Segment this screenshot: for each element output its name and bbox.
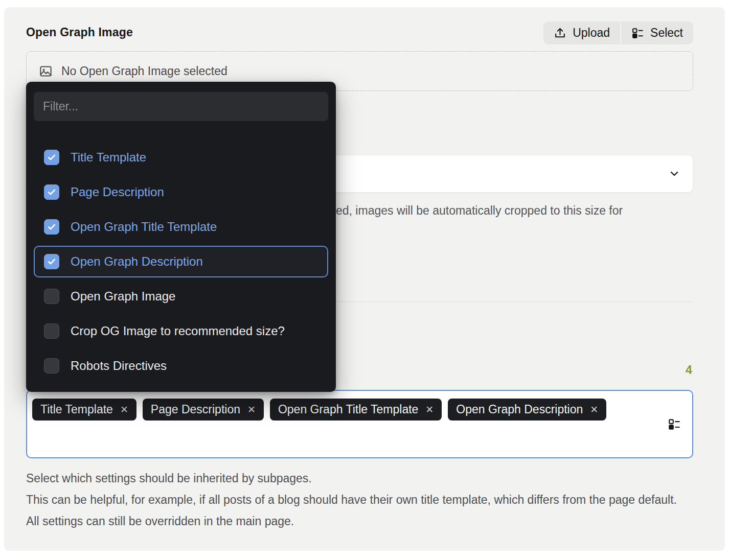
select-button-label: Select: [650, 26, 683, 40]
dropdown-option[interactable]: Robots Directives: [34, 350, 328, 382]
tag-remove-icon[interactable]: ✕: [120, 405, 128, 414]
image-icon: [39, 64, 53, 78]
tag: Open Graph Title Template✕: [270, 399, 442, 421]
dropdown-option[interactable]: Open Graph Title Template: [34, 211, 328, 243]
list-check-icon[interactable]: [668, 417, 681, 431]
tag: Title Template✕: [32, 399, 136, 421]
checkbox-checked-icon: [44, 150, 59, 165]
crop-hint-text: ed, images will be automatically cropped…: [336, 204, 623, 218]
dropdown-option[interactable]: Title Template: [34, 142, 328, 173]
dropdown-option-label: Open Graph Title Template: [71, 220, 217, 234]
checkbox-checked-icon: [44, 184, 59, 200]
tag-remove-icon[interactable]: ✕: [247, 405, 256, 414]
help-text-line: This can be helpful, for example, if all…: [26, 489, 688, 532]
checkbox-checked-icon: [44, 219, 59, 235]
dropdown-options-list: Title TemplatePage DescriptionOpen Graph…: [34, 142, 328, 382]
dropdown-option-label: Open Graph Image: [71, 289, 175, 304]
tag-remove-icon[interactable]: ✕: [425, 405, 434, 414]
og-image-field-label: Open Graph Image: [26, 26, 133, 39]
checkbox-unchecked-icon: [44, 358, 59, 374]
upload-button-label: Upload: [573, 26, 610, 40]
help-text: Select which settings should be inherite…: [26, 468, 688, 532]
dropdown-option-label: Robots Directives: [71, 359, 167, 373]
tag-label: Title Template: [40, 403, 113, 416]
dropdown-option[interactable]: Open Graph Description: [34, 246, 328, 277]
dropdown-option-label: Crop OG Image to recommended size?: [71, 324, 285, 338]
checkbox-checked-icon: [44, 254, 59, 269]
inherit-settings-field[interactable]: Title Template✕Page Description✕Open Gra…: [26, 390, 693, 458]
checkbox-unchecked-icon: [44, 289, 59, 304]
tag-label: Open Graph Description: [456, 403, 583, 416]
dropdown-option-label: Page Description: [71, 185, 164, 199]
page: Open Graph Image Upload Select: [0, 0, 729, 560]
selected-count-badge: 4: [686, 363, 692, 377]
options-dropdown: Title TemplatePage DescriptionOpen Graph…: [26, 82, 336, 392]
tag-label: Page Description: [151, 403, 240, 416]
dropdown-option-label: Open Graph Description: [71, 254, 203, 269]
help-text-line: Select which settings should be inherite…: [26, 468, 688, 489]
select-button[interactable]: Select: [620, 21, 693, 44]
dropdown-option[interactable]: Page Description: [34, 176, 328, 208]
upload-button[interactable]: Upload: [543, 21, 620, 44]
dropdown-option[interactable]: Crop OG Image to recommended size?: [34, 315, 328, 347]
dropdown-option-label: Title Template: [71, 150, 146, 165]
tag: Page Description✕: [143, 399, 264, 421]
tag: Open Graph Description✕: [448, 399, 606, 421]
og-image-actions: Upload Select: [543, 21, 693, 44]
chevron-down-icon: [668, 168, 680, 180]
og-image-empty-text: No Open Graph Image selected: [61, 64, 227, 78]
tag-list: Title Template✕Page Description✕Open Gra…: [32, 399, 651, 421]
list-check-icon: [631, 27, 644, 39]
upload-icon: [554, 27, 566, 39]
tag-label: Open Graph Title Template: [278, 403, 418, 416]
checkbox-unchecked-icon: [44, 323, 59, 339]
dropdown-option[interactable]: Open Graph Image: [34, 281, 328, 312]
filter-input[interactable]: [34, 92, 328, 121]
tag-remove-icon[interactable]: ✕: [590, 405, 598, 414]
